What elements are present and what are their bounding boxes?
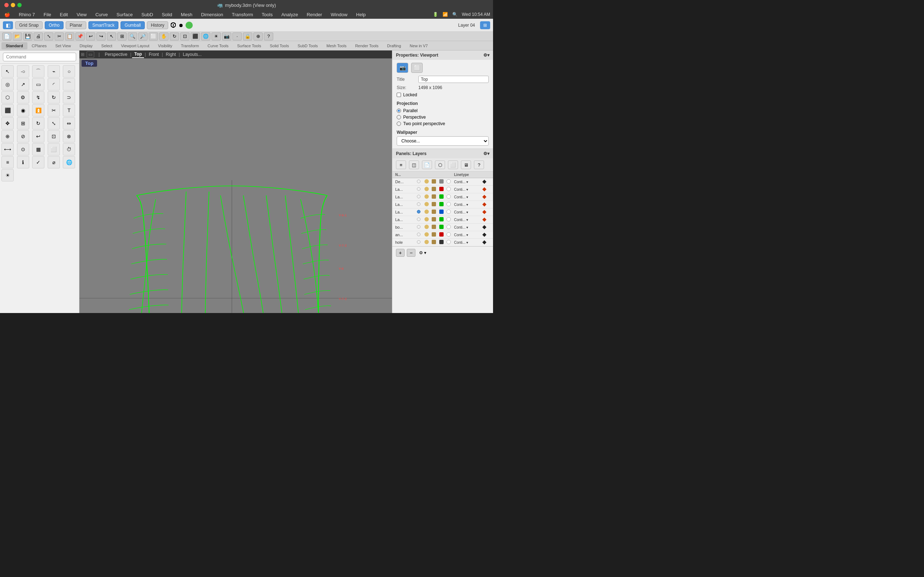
fillet-tool[interactable]: ⌒ (63, 78, 75, 90)
snap-btn[interactable]: 🔒 (243, 32, 252, 40)
vp-tab-top[interactable]: Top (132, 51, 144, 58)
zoom-in-btn[interactable]: 🔍 (128, 32, 137, 40)
sidebar-toggle[interactable]: ◧ (3, 21, 13, 29)
surface-tool[interactable]: ⬡ (2, 91, 14, 103)
layer-row[interactable]: La... Conti... ▾ (393, 186, 493, 193)
gumball-button[interactable]: Gumball (121, 21, 145, 29)
light2-tool[interactable]: ☀ (2, 169, 14, 181)
tab-mesh-tools[interactable]: Mesh Tools (322, 42, 351, 49)
layer-color-swatch[interactable] (439, 225, 444, 229)
redo-btn[interactable]: ↪ (96, 32, 106, 40)
camera-view-btn[interactable]: 📷 (397, 63, 408, 73)
intersect-tool[interactable]: ⊗ (63, 130, 75, 142)
split-tool[interactable]: ⊘ (17, 130, 29, 142)
save-btn[interactable]: 💾 (23, 32, 32, 40)
point-tool[interactable]: ·○ (17, 65, 29, 77)
materials-btn[interactable]: ◫ (409, 161, 419, 169)
menu-curve[interactable]: Curve (94, 11, 109, 18)
rotate-tool[interactable]: ↻ (32, 117, 44, 129)
project-tool[interactable]: ⊡ (48, 130, 60, 142)
planar-button[interactable]: Planar (66, 21, 86, 29)
vp-tab-layouts[interactable]: Layouts... (181, 51, 204, 58)
layer-row[interactable]: La... Conti... ▾ (393, 208, 493, 216)
layer-color-swatch[interactable] (439, 210, 444, 214)
layer-row[interactable]: La... Conti... ▾ (393, 201, 493, 208)
help-btn[interactable]: ? (264, 32, 273, 40)
menu-subd[interactable]: SubD (140, 11, 155, 18)
layer-row[interactable]: bo... Conti... ▾ (393, 224, 493, 231)
minimize-button[interactable] (11, 3, 15, 7)
extrude-tool[interactable]: ⏫ (32, 104, 44, 116)
history-tool[interactable]: ⏱ (63, 143, 75, 155)
tab-select[interactable]: Select (97, 42, 117, 49)
loft-tool[interactable]: ⚙ (17, 91, 29, 103)
tab-visibility[interactable]: Visibility (154, 42, 177, 49)
layer-color-swatch[interactable] (439, 187, 444, 191)
tab-viewport-layout[interactable]: Viewport Layout (116, 42, 154, 49)
rotate-btn[interactable]: ↻ (170, 32, 179, 40)
close-button[interactable] (4, 3, 9, 7)
layout-btn[interactable]: ⬜ (448, 161, 458, 169)
box-tool[interactable]: ⬛ (2, 104, 14, 116)
layer-settings-dropdown[interactable]: ⚙ ▾ (419, 250, 426, 255)
join-tool[interactable]: ⊕ (2, 130, 14, 142)
two-point-option[interactable]: Two point perspective (397, 121, 489, 126)
menu-tools[interactable]: Tools (260, 11, 274, 18)
viewport-area[interactable]: ⊞ ▭ | Perspective | Top | Front | Right … (79, 50, 392, 313)
menu-dimension[interactable]: Dimension (200, 11, 225, 18)
wallpaper-select[interactable]: Choose... (397, 136, 489, 146)
menu-edit[interactable]: Edit (58, 11, 69, 18)
select-tool[interactable]: ↖ (2, 65, 14, 77)
record-icon[interactable]: ⏺ (178, 23, 183, 28)
tab-standard[interactable]: Standard (2, 42, 27, 49)
offset-tool[interactable]: ↩ (32, 130, 44, 142)
pipe-tool[interactable]: ⊃ (63, 91, 75, 103)
light-btn[interactable]: ☀ (212, 32, 221, 40)
layer-color-swatch[interactable] (439, 232, 444, 237)
layer-row[interactable]: La... Conti... ▾ (393, 193, 493, 201)
layer-row[interactable]: La... Conti... ▾ (393, 216, 493, 224)
fullscreen-button[interactable] (17, 3, 22, 7)
menu-mesh[interactable]: Mesh (179, 11, 194, 18)
vp-tab-right[interactable]: Right (163, 51, 178, 58)
menu-transform[interactable]: Transform (230, 11, 254, 18)
hatch-tool[interactable]: ▦ (32, 143, 44, 155)
open-btn[interactable]: 📂 (13, 32, 22, 40)
block-tool[interactable]: ⬜ (48, 143, 60, 155)
layers-gear-icon[interactable]: ⚙▾ (483, 151, 489, 156)
layer-row[interactable]: an... Conti... ▾ (393, 231, 493, 239)
move-tool[interactable]: ✥ (2, 117, 14, 129)
perspective-radio[interactable] (397, 115, 401, 119)
menu-rhino[interactable]: Rhino 7 (17, 11, 36, 18)
viewport-settings-btn[interactable]: ⬜ (411, 63, 423, 73)
tab-subd-tools[interactable]: SubD Tools (293, 42, 322, 49)
tab-new-v7[interactable]: New in V7 (405, 42, 432, 49)
add-layer-btn[interactable]: + (396, 249, 405, 257)
layer-color-swatch[interactable] (439, 240, 444, 244)
shade-btn[interactable]: ⬛ (191, 32, 200, 40)
zoom-win-btn[interactable]: ⬜ (149, 32, 158, 40)
pan-btn[interactable]: ✋ (159, 32, 168, 40)
scale-tool[interactable]: ⤡ (48, 117, 60, 129)
props-tool[interactable]: ℹ (17, 156, 29, 168)
circle-tool[interactable]: ○ (63, 65, 75, 77)
sphere-tool[interactable]: ◉ (17, 104, 29, 116)
print-btn[interactable]: 🖨 (34, 32, 43, 40)
tab-display[interactable]: Display (75, 42, 97, 49)
command-input[interactable] (3, 53, 76, 61)
layer-tool[interactable]: ≡ (2, 156, 14, 168)
analysis-btn[interactable]: ⊕ (254, 32, 263, 40)
layer-color-swatch[interactable] (439, 194, 444, 199)
tab-transform[interactable]: Transform (176, 42, 203, 49)
remove-layer-btn[interactable]: − (407, 249, 415, 257)
sweep-tool[interactable]: ↯ (32, 91, 44, 103)
ortho-button[interactable]: Ortho (45, 21, 63, 29)
perspective-option[interactable]: Perspective (397, 115, 489, 120)
zoom-ext-btn[interactable]: ⊞ (117, 32, 127, 40)
mirror-tool[interactable]: ⇔ (63, 117, 75, 129)
undo-btn[interactable]: ↩ (86, 32, 95, 40)
menu-file[interactable]: File (42, 11, 53, 18)
select-btn[interactable]: ↖ (107, 32, 116, 40)
viewport-single-icon[interactable]: ▭ (87, 51, 94, 58)
notes-btn[interactable]: 📄 (422, 161, 432, 169)
